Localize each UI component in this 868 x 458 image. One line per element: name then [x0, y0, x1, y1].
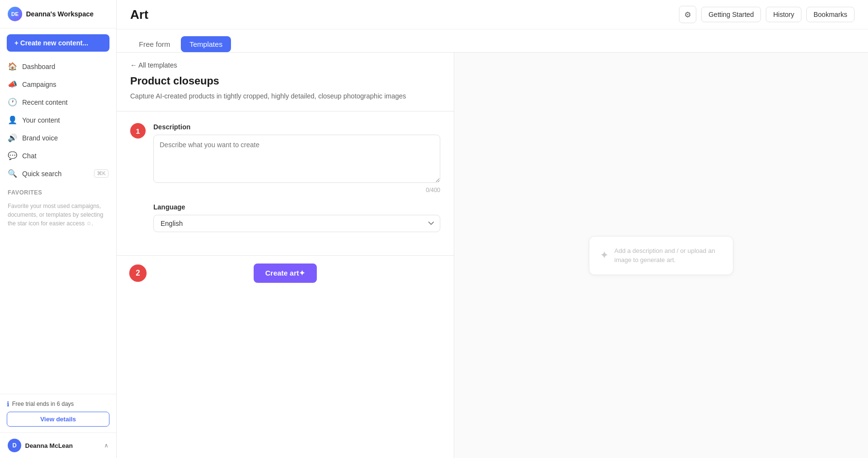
sidebar-item-label: Quick search [22, 170, 62, 178]
bookmarks-button[interactable]: Bookmarks [806, 7, 854, 22]
create-art-button[interactable]: Create art✦ [254, 264, 317, 283]
language-select-wrapper: English Spanish French German Portuguese [153, 215, 440, 232]
quick-search-shortcut: ⌘K [94, 169, 108, 178]
template-header: Product closeups Capture AI-created prod… [117, 75, 454, 111]
art-preview-text: Add a description and / or upload an ima… [614, 246, 722, 265]
description-textarea[interactable] [153, 135, 440, 183]
art-preview-icon: ✦ [600, 249, 609, 262]
favorites-empty-text: Favorite your most used campaigns, docum… [0, 198, 116, 232]
action-bar: 2 Create art✦ [117, 255, 454, 291]
workspace-avatar: DE [8, 7, 22, 21]
trial-notice-text: Free trial ends in 6 days [12, 401, 74, 407]
user-name: Deanna McLean [25, 442, 73, 449]
sidebar: DE Deanna's Workspace + Create new conte… [0, 0, 117, 458]
topbar: Art ⚙ Getting Started History Bookmarks [117, 0, 868, 29]
user-footer: D Deanna McLean ∧ [0, 432, 116, 458]
settings-button[interactable]: ⚙ [679, 6, 696, 23]
sidebar-item-quick-search[interactable]: 🔍 Quick search ⌘K [0, 165, 116, 182]
back-to-templates-link[interactable]: ← All templates [117, 53, 454, 75]
language-select[interactable]: English Spanish French German Portuguese [153, 215, 440, 232]
content-area: ← All templates Product closeups Capture… [117, 53, 868, 458]
recent-content-icon: 🕐 [8, 97, 17, 107]
sidebar-item-label: Dashboard [22, 63, 55, 70]
tabs-bar: Free form Templates [117, 29, 868, 53]
favorites-label: Favorites [0, 182, 116, 198]
trial-icon: ℹ [7, 400, 9, 408]
settings-icon: ⚙ [684, 10, 691, 19]
tab-templates[interactable]: Templates [181, 36, 231, 52]
description-label: Description [153, 123, 440, 131]
language-label: Language [153, 203, 440, 211]
template-title: Product closeups [130, 75, 440, 87]
trial-notice: ℹ Free trial ends in 6 days [7, 400, 109, 408]
sidebar-item-label: Brand voice [22, 134, 58, 142]
workspace-name: Deanna's Workspace [26, 10, 94, 18]
tab-free-form[interactable]: Free form [130, 36, 179, 52]
sidebar-item-label: Recent content [22, 98, 68, 106]
step-2-badge: 2 [129, 264, 147, 282]
sidebar-item-your-content[interactable]: 👤 Your content [0, 111, 116, 129]
campaigns-icon: 📣 [8, 80, 17, 89]
language-field-group: Language English Spanish French German P… [153, 203, 440, 232]
sidebar-item-label: Your content [22, 116, 60, 124]
art-preview-card: ✦ Add a description and / or upload an i… [589, 236, 733, 275]
getting-started-button[interactable]: Getting Started [701, 7, 761, 22]
brand-voice-icon: 🔊 [8, 133, 17, 142]
char-count: 0/400 [153, 187, 440, 194]
sidebar-item-label: Campaigns [22, 81, 56, 88]
sidebar-item-label: Chat [22, 152, 37, 160]
page-title: Art [130, 7, 149, 22]
step-1-content: Description 0/400 Language English Spani… [153, 123, 440, 242]
chevron-up-icon[interactable]: ∧ [104, 442, 108, 449]
step-1-badge: 1 [130, 123, 146, 139]
chat-icon: 💬 [8, 151, 17, 160]
sidebar-item-dashboard[interactable]: 🏠 Dashboard [0, 57, 116, 75]
sidebar-nav: 🏠 Dashboard 📣 Campaigns 🕐 Recent content… [0, 57, 116, 182]
sidebar-bottom: ℹ Free trial ends in 6 days View details [0, 394, 116, 432]
sidebar-header: DE Deanna's Workspace [0, 0, 116, 28]
sidebar-item-recent-content[interactable]: 🕐 Recent content [0, 93, 116, 111]
left-panel: ← All templates Product closeups Capture… [117, 53, 454, 458]
form-section: 1 Description 0/400 Language English [117, 111, 454, 255]
main-content: Art ⚙ Getting Started History Bookmarks … [117, 0, 868, 458]
history-button[interactable]: History [766, 7, 801, 22]
dashboard-icon: 🏠 [8, 62, 17, 71]
your-content-icon: 👤 [8, 115, 17, 125]
step-1-row: 1 Description 0/400 Language English [130, 123, 440, 242]
user-avatar: D [8, 439, 21, 452]
quick-search-icon: 🔍 [8, 169, 17, 178]
template-description: Capture AI-created products in tightly c… [130, 91, 440, 101]
create-new-content-button[interactable]: + Create new content... [7, 34, 109, 52]
user-info: D Deanna McLean [8, 439, 73, 452]
sidebar-item-chat[interactable]: 💬 Chat [0, 147, 116, 165]
view-details-button[interactable]: View details [7, 412, 109, 427]
topbar-actions: ⚙ Getting Started History Bookmarks [679, 6, 854, 23]
description-field-group: Description 0/400 [153, 123, 440, 194]
sidebar-item-brand-voice[interactable]: 🔊 Brand voice [0, 129, 116, 147]
sidebar-item-campaigns[interactable]: 📣 Campaigns [0, 75, 116, 93]
right-panel: ✦ Add a description and / or upload an i… [454, 53, 868, 458]
